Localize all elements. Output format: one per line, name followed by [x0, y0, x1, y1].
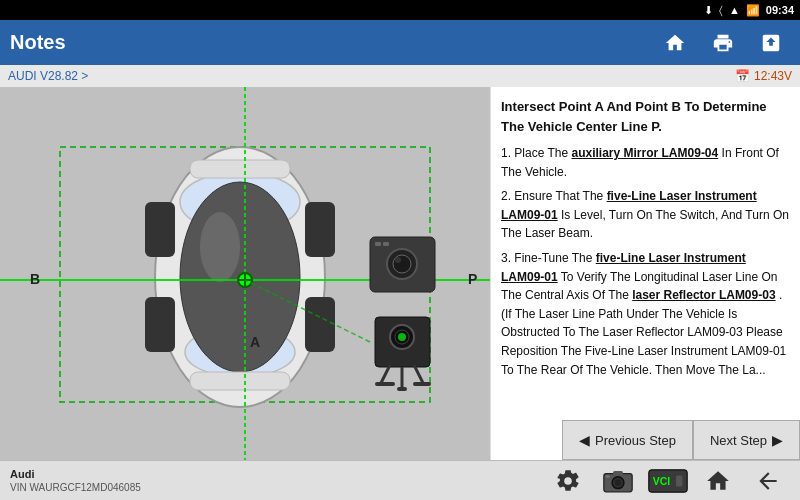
- step-3-number: 3.: [501, 251, 514, 265]
- main-content: B P A: [0, 87, 800, 460]
- bottom-bar: Audi VIN WAURGCF12MD046085 VCI: [0, 460, 800, 500]
- step-1-instrument: auxiliary Mirror LAM09-04: [572, 146, 719, 160]
- version-label: AUDI V28.82 >: [8, 69, 88, 83]
- image-panel: B P A: [0, 87, 490, 460]
- text-panel: Intersect Point A And Point B To Determi…: [490, 87, 800, 460]
- back-button[interactable]: [746, 463, 790, 499]
- timestamp-value: 12:43V: [754, 69, 792, 83]
- svg-point-36: [398, 333, 406, 341]
- calendar-icon: 📅: [735, 69, 750, 83]
- settings-button[interactable]: [546, 463, 590, 499]
- step-2-number: 2.: [501, 189, 514, 203]
- svg-rect-33: [375, 382, 395, 386]
- svg-rect-45: [676, 475, 682, 486]
- svg-rect-34: [397, 387, 407, 391]
- car-diagram: B P A: [0, 87, 490, 460]
- car-info: Audi VIN WAURGCF12MD046085: [10, 467, 141, 494]
- export-button[interactable]: [752, 24, 790, 62]
- status-bar: ⬇ 〈 ▲ 📶 09:34: [0, 0, 800, 20]
- nav-buttons: ◀ Previous Step Next Step ▶: [562, 420, 800, 460]
- svg-point-40: [615, 479, 622, 486]
- signal-icon: ▲: [729, 4, 740, 16]
- page-title: Notes: [10, 31, 66, 54]
- previous-step-label: Previous Step: [595, 433, 676, 448]
- nav-icons: [656, 24, 790, 62]
- home-button[interactable]: [656, 24, 694, 62]
- svg-text:P: P: [468, 271, 477, 287]
- next-arrow-icon: ▶: [772, 432, 783, 448]
- status-time: 09:34: [766, 4, 794, 16]
- svg-point-23: [393, 255, 411, 273]
- bt-icon: 📶: [746, 4, 760, 17]
- step-2: 2. Ensure That The five-Line Laser Instr…: [501, 187, 790, 243]
- timestamp: 📅 12:43V: [735, 69, 792, 83]
- prev-arrow-icon: ◀: [579, 432, 590, 448]
- svg-rect-8: [190, 372, 290, 390]
- nav-bar: Notes: [0, 20, 800, 65]
- svg-rect-7: [190, 160, 290, 178]
- svg-rect-11: [145, 297, 175, 352]
- next-step-label: Next Step: [710, 433, 767, 448]
- svg-point-24: [395, 257, 401, 263]
- svg-rect-42: [606, 475, 610, 478]
- step-instructions: 1. Place The auxiliary Mirror LAM09-04 I…: [501, 144, 790, 379]
- svg-text:VCI: VCI: [653, 476, 670, 487]
- svg-rect-41: [613, 471, 623, 475]
- vci-button[interactable]: VCI: [646, 463, 690, 499]
- svg-text:B: B: [30, 271, 40, 287]
- svg-point-6: [200, 212, 240, 282]
- step-3-instrument2: laser Reflector LAM09-03: [632, 288, 775, 302]
- step-3: 3. Fine-Tune The five-Line Laser Instrum…: [501, 249, 790, 379]
- camera-button[interactable]: [596, 463, 640, 499]
- step-3-prefix: Fine-Tune The: [514, 251, 595, 265]
- car-area: B P A: [0, 87, 490, 460]
- step-1: 1. Place The auxiliary Mirror LAM09-04 I…: [501, 144, 790, 181]
- wifi-icon: 〈: [719, 4, 723, 17]
- bluetooth-icon: ⬇: [704, 4, 713, 17]
- car-make: Audi: [10, 467, 141, 481]
- step-1-prefix: Place The: [514, 146, 571, 160]
- step-2-prefix: Ensure That The: [514, 189, 606, 203]
- vin-label: VIN WAURGCF12MD046085: [10, 481, 141, 494]
- svg-rect-10: [305, 202, 335, 257]
- previous-step-button[interactable]: ◀ Previous Step: [562, 420, 693, 460]
- svg-rect-26: [383, 242, 389, 246]
- svg-rect-35: [413, 382, 431, 386]
- step-1-number: 1.: [501, 146, 514, 160]
- svg-rect-25: [375, 242, 381, 246]
- svg-rect-12: [305, 297, 335, 352]
- print-button[interactable]: [704, 24, 742, 62]
- home-bottom-button[interactable]: [696, 463, 740, 499]
- instruction-heading: Intersect Point A And Point B To Determi…: [501, 97, 790, 136]
- next-step-button[interactable]: Next Step ▶: [693, 420, 800, 460]
- svg-text:A: A: [250, 334, 260, 350]
- bottom-icons: VCI: [546, 463, 790, 499]
- svg-rect-9: [145, 202, 175, 257]
- breadcrumb: AUDI V28.82 > 📅 12:43V: [0, 65, 800, 87]
